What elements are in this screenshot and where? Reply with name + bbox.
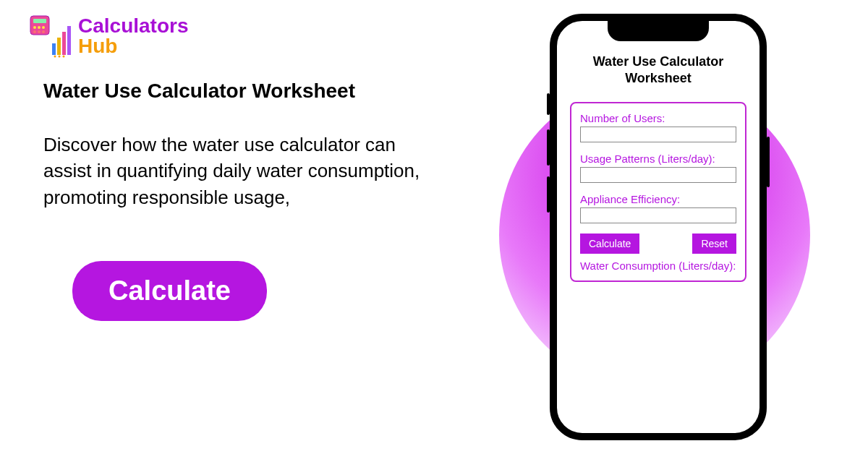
svg-rect-8 [52, 43, 56, 55]
svg-rect-9 [57, 38, 61, 55]
phone-side-button [547, 176, 550, 213]
page-description: Discover how the water use calculator ca… [43, 132, 448, 210]
svg-point-7 [42, 30, 45, 33]
svg-point-5 [33, 30, 36, 33]
phone-side-button [547, 129, 550, 166]
phone-side-button [767, 137, 770, 187]
form-reset-button[interactable]: Reset [692, 234, 736, 254]
page-title: Water Use Calculator Worksheet [43, 80, 448, 103]
phone-app-title: Water Use Calculator Worksheet [570, 53, 746, 87]
efficiency-input[interactable] [580, 207, 736, 223]
logo-icon [29, 14, 72, 58]
svg-point-14 [63, 56, 65, 58]
calculate-cta-button[interactable]: Calculate [72, 261, 267, 321]
patterns-label: Usage Patterns (Liters/day): [580, 153, 736, 165]
users-input[interactable] [580, 127, 736, 142]
logo: Calculators Hub [29, 14, 448, 58]
svg-point-4 [42, 26, 45, 29]
users-label: Number of Users: [580, 112, 736, 124]
svg-point-3 [38, 26, 41, 29]
efficiency-label: Appliance Efficiency: [580, 193, 736, 205]
form-calculate-button[interactable]: Calculate [580, 234, 639, 254]
svg-rect-11 [67, 26, 71, 55]
patterns-input[interactable] [580, 167, 736, 183]
phone-notch [608, 20, 709, 41]
calculator-form: Number of Users: Usage Patterns (Liters/… [570, 102, 746, 282]
logo-line1: Calculators [78, 16, 189, 36]
svg-rect-10 [62, 32, 66, 55]
phone-side-button [547, 93, 550, 115]
svg-rect-1 [33, 19, 46, 23]
logo-text: Calculators Hub [78, 16, 189, 56]
svg-point-2 [33, 26, 36, 29]
phone-mockup: Water Use Calculator Worksheet Number of… [550, 14, 767, 440]
svg-point-6 [38, 30, 41, 33]
svg-point-13 [59, 56, 61, 58]
logo-line2: Hub [78, 36, 189, 56]
result-label: Water Consumption (Liters/day): [580, 260, 736, 272]
svg-point-12 [54, 56, 56, 58]
